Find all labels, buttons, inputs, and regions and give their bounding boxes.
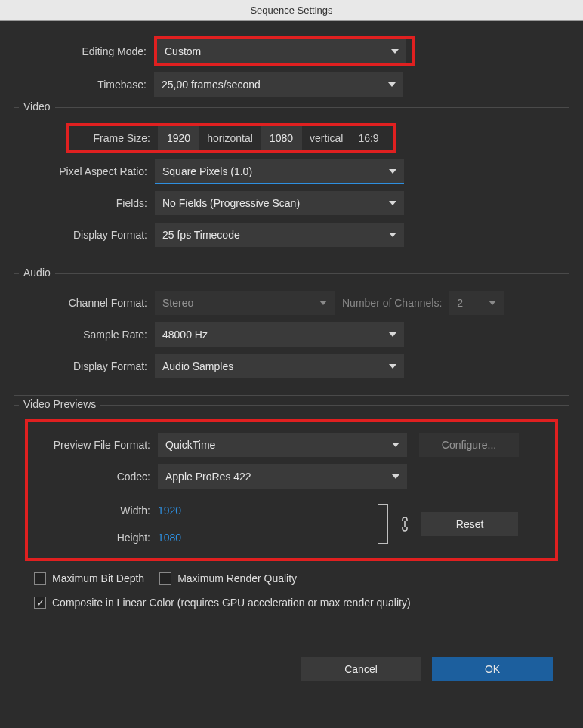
timebase-dropdown[interactable]: 25,00 frames/second bbox=[154, 72, 403, 97]
sample-rate-dropdown[interactable]: 48000 Hz bbox=[155, 322, 404, 347]
frame-size-label: Frame Size: bbox=[69, 132, 158, 144]
editing-mode-value: Custom bbox=[165, 39, 201, 63]
composite-linear-label: Composite in Linear Color (requires GPU … bbox=[52, 597, 411, 609]
audio-display-format-label: Display Format: bbox=[14, 360, 155, 372]
chevron-down-icon bbox=[489, 301, 496, 305]
preview-width-input[interactable]: 1920 bbox=[158, 504, 181, 517]
composite-linear-checkbox[interactable]: ✓ bbox=[34, 597, 46, 609]
cancel-button[interactable]: Cancel bbox=[301, 657, 421, 681]
video-group: Video Frame Size: 1920 horizontal 1080 v… bbox=[14, 107, 569, 264]
editing-mode-dropdown[interactable]: Custom bbox=[157, 39, 406, 63]
preview-file-format-label: Preview File Format: bbox=[28, 439, 158, 451]
configure-button: Configure... bbox=[419, 433, 519, 457]
fields-value: No Fields (Progressive Scan) bbox=[162, 191, 300, 215]
video-display-format-label: Display Format: bbox=[14, 229, 155, 241]
editing-mode-label: Editing Mode: bbox=[14, 45, 154, 57]
audio-legend: Audio bbox=[19, 267, 55, 279]
chevron-down-icon bbox=[392, 443, 399, 447]
sample-rate-label: Sample Rate: bbox=[14, 329, 155, 341]
codec-label: Codec: bbox=[28, 470, 158, 483]
reset-button[interactable]: Reset bbox=[421, 512, 518, 536]
num-channels-value: 2 bbox=[457, 291, 463, 315]
video-display-format-value: 25 fps Timecode bbox=[162, 223, 240, 247]
chevron-down-icon bbox=[389, 233, 396, 237]
audio-group: Audio Channel Format: Stereo Number of C… bbox=[14, 273, 569, 396]
timebase-label: Timebase: bbox=[14, 79, 154, 91]
window-title: Sequence Settings bbox=[0, 0, 583, 21]
num-channels-dropdown: 2 bbox=[449, 291, 504, 315]
frame-width-input[interactable]: 1920 bbox=[158, 126, 199, 150]
sample-rate-value: 48000 Hz bbox=[162, 322, 208, 347]
preview-file-format-value: QuickTime bbox=[165, 433, 215, 457]
par-label: Pixel Aspect Ratio: bbox=[14, 165, 155, 177]
max-bit-depth-checkbox[interactable] bbox=[34, 572, 46, 585]
chevron-down-icon bbox=[391, 49, 399, 54]
preview-height-input[interactable]: 1080 bbox=[158, 532, 181, 544]
par-dropdown[interactable]: Square Pixels (1.0) bbox=[155, 159, 404, 184]
dialog-body: Editing Mode: Custom Timebase: 25,00 fra… bbox=[0, 21, 583, 689]
ok-button[interactable]: OK bbox=[432, 657, 553, 681]
vertical-label: vertical bbox=[302, 132, 350, 144]
codec-dropdown[interactable]: Apple ProRes 422 bbox=[158, 464, 407, 489]
channel-format-dropdown: Stereo bbox=[155, 291, 335, 315]
fields-label: Fields: bbox=[14, 197, 155, 209]
chevron-down-icon bbox=[392, 474, 399, 479]
codec-value: Apple ProRes 422 bbox=[165, 464, 251, 489]
chevron-down-icon bbox=[389, 332, 396, 337]
video-display-format-dropdown[interactable]: 25 fps Timecode bbox=[155, 223, 404, 247]
fields-dropdown[interactable]: No Fields (Progressive Scan) bbox=[155, 191, 404, 215]
chevron-down-icon bbox=[389, 201, 396, 205]
previews-legend: Video Previews bbox=[19, 398, 100, 410]
link-icon[interactable] bbox=[399, 516, 411, 532]
horizontal-label: horizontal bbox=[199, 132, 261, 144]
previews-group: Video Previews Preview File Format: Quic… bbox=[14, 405, 569, 628]
chevron-down-icon bbox=[388, 82, 396, 87]
max-render-quality-label: Maximum Render Quality bbox=[177, 572, 297, 585]
preview-width-label: Width: bbox=[28, 504, 158, 517]
timebase-value: 25,00 frames/second bbox=[162, 72, 261, 97]
max-render-quality-checkbox[interactable] bbox=[159, 572, 171, 585]
chevron-down-icon bbox=[319, 301, 327, 305]
aspect-ratio-text: 16:9 bbox=[350, 132, 386, 144]
par-value: Square Pixels (1.0) bbox=[162, 159, 252, 184]
chevron-down-icon bbox=[389, 169, 396, 174]
video-legend: Video bbox=[19, 100, 55, 113]
max-bit-depth-label: Maximum Bit Depth bbox=[52, 572, 144, 585]
preview-height-label: Height: bbox=[28, 532, 158, 544]
preview-file-format-dropdown[interactable]: QuickTime bbox=[158, 433, 407, 457]
num-channels-label: Number of Channels: bbox=[335, 297, 449, 309]
audio-display-format-dropdown[interactable]: Audio Samples bbox=[155, 354, 404, 378]
frame-height-input[interactable]: 1080 bbox=[261, 126, 302, 150]
link-bracket bbox=[378, 504, 388, 544]
audio-display-format-value: Audio Samples bbox=[162, 354, 233, 378]
chevron-down-icon bbox=[389, 364, 396, 369]
channel-format-value: Stereo bbox=[162, 291, 193, 315]
channel-format-label: Channel Format: bbox=[14, 297, 155, 309]
